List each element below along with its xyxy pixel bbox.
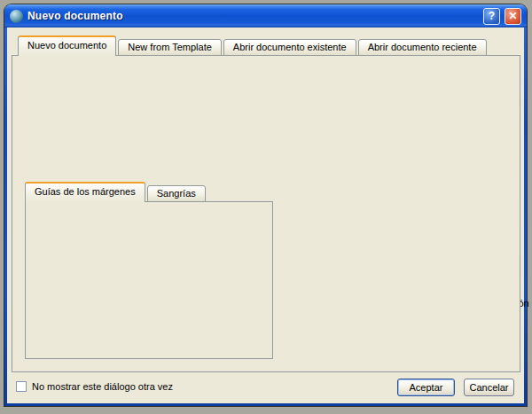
dont-show-checkbox-row[interactable]: No mostrar este diálogo otra vez [16, 381, 173, 392]
new-document-dialog: Nuevo documento ? ✕ Nuevo documento New … [4, 4, 527, 406]
titlebar[interactable]: Nuevo documento ? ✕ [4, 4, 527, 27]
help-button[interactable]: ? [483, 8, 500, 25]
accept-button[interactable]: Aceptar [397, 379, 455, 396]
dont-show-label: No mostrar este diálogo otra vez [32, 381, 173, 392]
tab-nuevo-documento[interactable]: Nuevo documento [18, 35, 116, 56]
close-icon: ✕ [508, 11, 517, 21]
help-icon: ? [489, 11, 495, 21]
close-button[interactable]: ✕ [505, 8, 521, 25]
tab-sangrias[interactable]: Sangrías [147, 185, 206, 202]
dialog-client-area: Nuevo documento New from Template Abrir … [7, 27, 524, 403]
cancel-button[interactable]: Cancelar [464, 379, 514, 396]
tab-new-from-template[interactable]: New from Template [118, 39, 222, 56]
dont-show-checkbox[interactable] [16, 381, 27, 392]
desktop-background: Nuevo documento ? ✕ Nuevo documento New … [0, 0, 532, 414]
app-icon [10, 10, 23, 23]
window-title: Nuevo documento [27, 10, 479, 22]
main-tab-bar: Nuevo documento New from Template Abrir … [18, 35, 489, 56]
margins-tab-bar: Guías de los márgenes Sangrías [25, 182, 207, 202]
tab-abrir-documento-reciente[interactable]: Abrir documento reciente [358, 39, 487, 56]
margins-tab-page [25, 201, 273, 359]
tab-guias-de-los-margenes[interactable]: Guías de los márgenes [25, 182, 145, 202]
tab-abrir-documento-existente[interactable]: Abrir documento existente [223, 39, 356, 56]
